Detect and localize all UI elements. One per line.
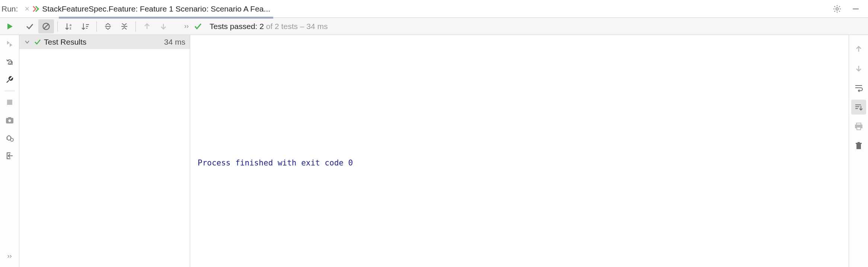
svg-line-29 xyxy=(6,137,7,138)
console-line: Process finished with exit code 0 xyxy=(198,158,353,167)
camera-icon[interactable] xyxy=(2,113,17,128)
next-failed-icon[interactable] xyxy=(156,19,171,33)
toggle-auto-test-icon[interactable] xyxy=(2,54,17,69)
trash-icon[interactable] xyxy=(851,138,866,153)
close-icon[interactable]: × xyxy=(25,4,29,14)
svg-line-8 xyxy=(839,6,840,7)
svg-rect-43 xyxy=(857,127,861,130)
more-icon[interactable]: ›› xyxy=(2,248,17,263)
wrench-icon[interactable] xyxy=(2,72,17,87)
console-output: Process finished with exit code 0 xyxy=(190,35,849,267)
chevron-down-icon[interactable] xyxy=(24,39,31,45)
svg-text:z: z xyxy=(70,26,71,30)
tab-title: StackFeatureSpec.Feature: Feature 1 Scen… xyxy=(42,4,270,13)
svg-line-31 xyxy=(10,137,12,138)
check-icon xyxy=(34,39,41,45)
left-tool-rail: ›› xyxy=(0,35,19,267)
separator xyxy=(135,21,136,32)
separator xyxy=(57,21,58,32)
header-actions xyxy=(832,3,864,15)
status-time: 34 ms xyxy=(306,22,328,30)
tests-status-check-icon xyxy=(194,22,202,30)
svg-point-0 xyxy=(836,7,838,10)
arrow-up-icon[interactable] xyxy=(851,42,866,57)
gear-icon[interactable] xyxy=(832,3,843,15)
test-results-root[interactable]: Test Results 34 ms xyxy=(19,35,190,49)
bug-gear-icon[interactable] xyxy=(2,131,17,145)
separator xyxy=(96,21,97,32)
run-config-tab[interactable]: × StackFeatureSpec.Feature: Feature 1 Sc… xyxy=(22,0,273,17)
collapse-all-icon[interactable] xyxy=(117,19,132,33)
separator xyxy=(4,91,15,91)
svg-rect-46 xyxy=(858,142,860,143)
svg-line-6 xyxy=(839,11,840,12)
svg-line-5 xyxy=(835,6,835,7)
test-toolbar: a z xyxy=(0,18,868,35)
sort-alpha-icon[interactable]: a z xyxy=(61,19,77,33)
header-bar: Run: × StackFeatureSpec.Feature: Feature… xyxy=(0,0,868,18)
run-label: Run: xyxy=(0,4,22,13)
svg-point-32 xyxy=(10,138,13,141)
svg-point-26 xyxy=(8,119,11,122)
rerun-failed-icon[interactable] xyxy=(2,36,17,51)
spec-file-icon xyxy=(32,5,40,13)
tree-root-label: Test Results xyxy=(44,38,164,46)
svg-rect-24 xyxy=(7,100,12,105)
status-time-sep: – xyxy=(298,22,306,30)
svg-line-11 xyxy=(44,24,48,29)
svg-line-30 xyxy=(6,139,7,139)
svg-rect-27 xyxy=(8,117,11,119)
run-icon[interactable] xyxy=(2,19,17,34)
minimize-icon[interactable] xyxy=(850,3,861,15)
tab-underline xyxy=(59,17,273,19)
show-passed-icon[interactable] xyxy=(22,19,38,33)
soft-wrap-icon[interactable] xyxy=(851,80,866,95)
scroll-end-icon[interactable] xyxy=(851,100,866,115)
status-passed-count: 2 xyxy=(259,22,264,30)
print-icon[interactable] xyxy=(851,119,866,134)
test-tree-panel: Test Results 34 ms xyxy=(19,35,190,267)
expand-all-icon[interactable] xyxy=(100,19,116,33)
exit-icon[interactable] xyxy=(2,148,17,163)
svg-line-7 xyxy=(835,11,835,12)
status-prefix: Tests passed: xyxy=(210,22,259,30)
svg-rect-44 xyxy=(856,144,861,149)
right-tool-rail xyxy=(849,35,868,267)
status-of-text: of 2 tests xyxy=(264,22,298,30)
sort-duration-icon[interactable] xyxy=(77,19,93,33)
show-ignored-icon[interactable] xyxy=(38,19,54,33)
tests-status: Tests passed: 2 of 2 tests – 34 ms xyxy=(210,22,328,31)
tree-root-time: 34 ms xyxy=(164,38,185,46)
expand-toolbar-icon[interactable]: ›› xyxy=(184,22,189,30)
arrow-down-icon[interactable] xyxy=(851,61,866,76)
stop-icon[interactable] xyxy=(2,95,17,110)
prev-failed-icon[interactable] xyxy=(139,19,155,33)
